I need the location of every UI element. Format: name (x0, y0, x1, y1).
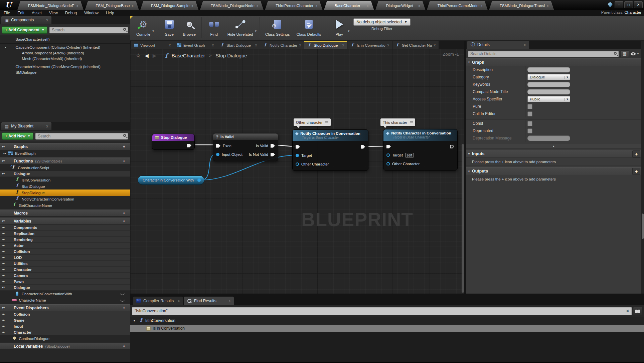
my-blueprint-row[interactable]: Local Variables (StopDialogue) + (0, 343, 130, 350)
asset-tab[interactable]: FSM_DialogueSample x (140, 1, 199, 10)
tab-close-icon[interactable]: x (315, 4, 317, 8)
menu-item[interactable]: Asset (28, 11, 45, 15)
view-options-button[interactable]: ▼ (631, 52, 639, 55)
exec-output-pin[interactable] (450, 145, 454, 148)
tab-close-icon[interactable]: x (342, 43, 344, 47)
details-search-input[interactable] (468, 51, 619, 57)
graph-tab[interactable]: Is in Conversatio x (347, 41, 392, 49)
asset-tab[interactable]: FSMNode_DialogueNodeE x (17, 1, 84, 10)
inputs-section-header[interactable]: ▾ Inputs + (466, 150, 641, 158)
find-result-row[interactable]: ▾ IsInConversation (130, 317, 644, 325)
minimize-button[interactable]: – (615, 1, 623, 8)
add-plus-button[interactable]: + (123, 219, 128, 224)
expander-icon[interactable]: ▸ (3, 152, 6, 155)
find-button[interactable]: Find (204, 16, 224, 36)
asset-tab[interactable]: FSMNode_DialogueTransi x (489, 1, 554, 10)
component-tree-row[interactable]: ArrowComponent (Arrow) (Inherited) (0, 50, 130, 56)
my-blueprint-row[interactable]: ▸ Components + (0, 225, 130, 231)
my-blueprint-row[interactable]: ▸ Utilities + (0, 261, 130, 267)
expander-icon[interactable]: ▸ (2, 250, 5, 253)
advanced-collapse-bar[interactable]: ▲ (466, 144, 641, 148)
browse-button[interactable]: Browse (179, 16, 199, 36)
debug-object-dropdown[interactable]: No debug object selected ▼ (353, 18, 410, 26)
my-blueprint-row[interactable]: NotifyCharacterInConversation + (0, 196, 130, 202)
expander-icon[interactable]: ▾ (468, 152, 470, 155)
asset-tab[interactable]: DialogueWidget x (375, 1, 426, 10)
expander-icon[interactable]: ▾ (2, 145, 5, 148)
my-blueprint-row[interactable]: CharacterInConversationWith + (0, 291, 130, 297)
blueprint-graph-viewport[interactable]: ☆ ◀ ▶ f BaseCharacter > Stop Dialogue Zo… (130, 49, 464, 294)
eye-closed-icon[interactable] (120, 293, 125, 295)
tab-close-icon[interactable]: x (418, 4, 420, 8)
find-results-search[interactable]: × (132, 307, 632, 315)
add-output-button[interactable]: + (632, 168, 640, 175)
parent-class-link[interactable]: Character (625, 10, 642, 14)
asset-tab[interactable]: BaseCharacter x (324, 1, 374, 10)
my-blueprint-row[interactable]: IsInConversation + (0, 177, 130, 183)
self-literal[interactable]: self (405, 153, 414, 157)
tab-close-icon[interactable]: x (178, 299, 180, 303)
close-button[interactable]: × (634, 1, 643, 8)
menu-item[interactable]: Debug (61, 11, 80, 15)
breadcrumb-root[interactable]: BaseCharacter (172, 53, 205, 58)
add-plus-button[interactable]: + (123, 158, 128, 163)
outputs-section-header[interactable]: ▾ Outputs + (466, 167, 641, 175)
my-blueprint-row[interactable]: ▾ Graphs + (0, 143, 130, 150)
my-blueprint-row[interactable]: ▸ Collision + (0, 249, 130, 255)
find-result-row[interactable]: Is in Conversation (130, 325, 644, 332)
other-character-pin[interactable] (386, 162, 390, 165)
my-blueprint-row[interactable]: ▸ Replication + (0, 231, 130, 237)
tab-close-icon[interactable]: x (547, 4, 549, 8)
my-blueprint-row[interactable]: ▾ Functions (29 Overridable) + (0, 157, 130, 164)
asset-tab[interactable]: ThirdPersonCharacter x (265, 1, 323, 10)
details-panel-tab[interactable]: ⓘ Details x (467, 41, 529, 49)
menu-item[interactable]: File (0, 11, 14, 15)
hide-unrelated-button[interactable]: Hide Unrelated (224, 16, 257, 36)
my-blueprint-row[interactable]: ▸ Collision + (0, 311, 130, 317)
node-comment-bubble[interactable]: This character (380, 118, 415, 126)
checkbox[interactable] (527, 128, 532, 133)
component-tree-row[interactable]: Mesh (CharacterMesh0) (Inherited) (0, 56, 130, 61)
menu-item[interactable]: Window (80, 11, 102, 15)
dropdown-field[interactable]: Public ▼ (527, 96, 570, 102)
expander-icon[interactable]: ▾ (2, 159, 5, 162)
text-field[interactable] (527, 67, 570, 72)
my-blueprint-row[interactable]: ▸ Camera + (0, 273, 130, 279)
my-blueprint-row[interactable]: ConstructionScript + (0, 164, 130, 171)
my-blueprint-row[interactable]: ▾ Variables + (0, 218, 130, 225)
menu-item[interactable]: Edit (14, 11, 28, 15)
tab-close-icon[interactable]: x (132, 4, 134, 8)
exec-output-pin[interactable] (361, 145, 365, 149)
details-scrollbar[interactable] (641, 41, 644, 294)
components-search[interactable] (49, 27, 128, 33)
expander-icon[interactable]: ▸ (2, 319, 5, 322)
back-arrow-icon[interactable]: ◀ (145, 53, 149, 59)
expander-icon[interactable]: ▾ (5, 46, 8, 49)
my-blueprint-row[interactable]: GetCharacterName + (0, 202, 130, 209)
checkbox[interactable] (527, 121, 532, 126)
tab-close-icon[interactable]: x (212, 43, 214, 47)
my-blueprint-panel-tab[interactable]: ▤ My Blueprint x (1, 122, 51, 130)
tab-close-icon[interactable]: x (299, 43, 301, 47)
graph-tab[interactable]: Viewport x (131, 41, 174, 49)
expander-icon[interactable]: ▾ (468, 61, 470, 64)
graph-tab[interactable]: Event Graph x (174, 41, 217, 49)
expander-icon[interactable]: ▸ (2, 331, 5, 334)
node-get-character-in-conversation-with[interactable]: Character in Conversation With (138, 175, 204, 185)
my-blueprint-row[interactable]: ▸ Character + (0, 267, 130, 273)
find-results-search-input[interactable] (132, 307, 632, 315)
my-blueprint-row[interactable]: CharacterName + (0, 297, 130, 303)
add-new-button[interactable]: + Add New▼ (2, 132, 33, 140)
expander-icon[interactable]: ▾ (2, 286, 5, 289)
exec-input-pin[interactable] (386, 145, 391, 148)
clear-search-icon[interactable]: × (626, 308, 629, 314)
exec-input-pin[interactable] (296, 145, 300, 149)
checkbox[interactable] (527, 111, 532, 116)
find-in-blueprints-button[interactable] (633, 307, 642, 315)
my-blueprint-row[interactable]: ▾ Event Dispatchers + (0, 304, 130, 311)
graph-tab[interactable]: Start Dialogue x (217, 41, 260, 49)
tab-close-icon[interactable]: x (255, 43, 257, 47)
tab-close-icon[interactable]: x (46, 18, 48, 22)
restore-button[interactable]: □ (624, 1, 633, 8)
expander-icon[interactable]: ▸ (2, 262, 5, 265)
